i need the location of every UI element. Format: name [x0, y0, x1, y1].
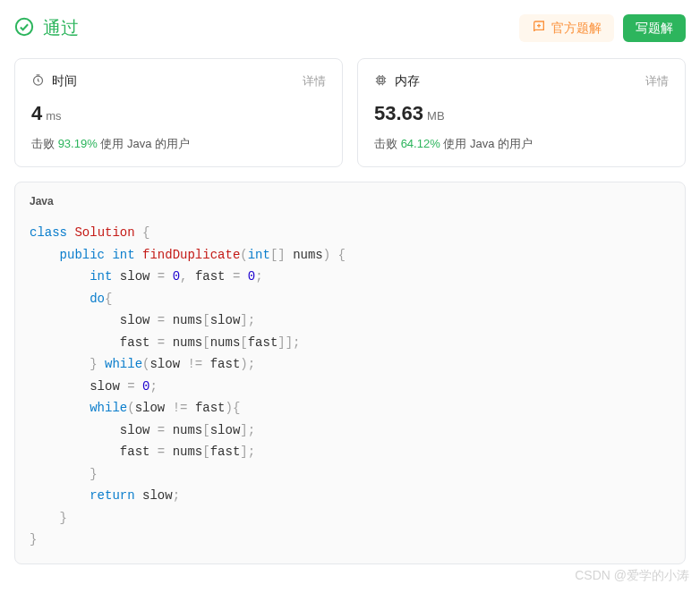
time-value: 4 [31, 102, 42, 125]
official-solution-button[interactable]: 官方题解 [519, 14, 614, 42]
stats-row: 时间 详情 4 ms 击败 93.19% 使用 Java 的用户 [14, 58, 686, 167]
svg-rect-2 [378, 77, 385, 84]
watermark: CSDN @爱学的小涛 [575, 568, 689, 579]
time-desc: 击败 93.19% 使用 Java 的用户 [31, 136, 326, 152]
memory-unit: MB [427, 109, 445, 123]
memory-label: 内存 [395, 73, 420, 89]
status-text: 通过 [43, 16, 79, 40]
clock-icon [31, 73, 45, 89]
time-detail-link[interactable]: 详情 [303, 73, 326, 89]
chip-icon [374, 73, 388, 89]
memory-value: 53.63 [374, 102, 423, 125]
time-label: 时间 [52, 73, 77, 89]
time-unit: ms [46, 109, 61, 123]
book-icon [532, 20, 546, 37]
svg-rect-3 [380, 79, 383, 82]
header-actions: 官方题解 写题解 [519, 14, 686, 42]
code-language: Java [30, 195, 670, 208]
time-card: 时间 详情 4 ms 击败 93.19% 使用 Java 的用户 [14, 58, 343, 167]
svg-point-0 [16, 19, 32, 35]
check-icon [14, 17, 34, 39]
code-card: Java class Solution { public int findDup… [14, 182, 686, 564]
memory-detail-link[interactable]: 详情 [645, 73, 669, 89]
memory-card: 内存 详情 53.63 MB 击败 64.12% 使用 Java 的用户 [357, 58, 686, 167]
memory-desc: 击败 64.12% 使用 Java 的用户 [374, 136, 669, 152]
code-block: class Solution { public int findDuplicat… [30, 222, 670, 551]
write-solution-button[interactable]: 写题解 [623, 14, 686, 42]
status: 通过 [14, 16, 79, 40]
write-solution-label: 写题解 [636, 21, 673, 37]
official-solution-label: 官方题解 [551, 21, 602, 37]
result-header: 通过 官方题解 写题解 [14, 14, 686, 42]
